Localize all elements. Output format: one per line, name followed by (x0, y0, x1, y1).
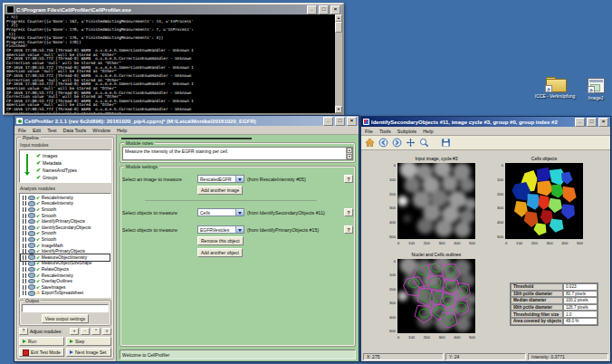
eye-icon[interactable] (28, 196, 35, 201)
objects-to-measure-dropdown[interactable]: EGFRVesicles (197, 225, 244, 234)
desktop-icon-imagej[interactable]: ↗ ImageJ (574, 78, 612, 101)
maximize-button[interactable] (587, 118, 597, 127)
pause-icon[interactable] (23, 201, 26, 206)
close-button[interactable] (598, 118, 608, 127)
analysis-module-row[interactable]: IdentifySecondaryObjects (21, 225, 110, 231)
exit-test-mode-button[interactable]: Exit Test Mode (19, 348, 64, 357)
analysis-module-row[interactable]: Smooth (21, 206, 110, 213)
pause-icon[interactable] (23, 279, 26, 283)
add-another-image-button[interactable]: Add another image (197, 186, 243, 195)
analysis-module-row[interactable]: Smooth (21, 231, 110, 237)
desktop-icon-icce[interactable]: ↗ ICCE - Verknüpfung (533, 77, 577, 99)
menu-item[interactable]: Help (117, 128, 127, 133)
cellprofiler-titlebar[interactable]: CellProfiler 2.1.1 (rev 6c2d896): 201610… (14, 116, 359, 126)
pause-icon[interactable] (23, 237, 26, 242)
view-output-settings-button[interactable]: View output settings (42, 314, 90, 323)
input-module-row[interactable]: NamesAndTypes (36, 167, 110, 174)
analysis-module-row[interactable]: IdentifyPrimaryObjects (21, 248, 110, 254)
chevron-down-icon[interactable] (235, 176, 244, 182)
eye-icon[interactable] (28, 201, 35, 206)
pause-icon[interactable] (23, 219, 26, 224)
forward-icon[interactable] (391, 138, 402, 148)
terminal-scrollbar[interactable]: ▲ ▼ (335, 14, 342, 113)
menu-item[interactable]: Data Tools (62, 128, 86, 133)
scroll-up-icon[interactable]: ▲ (335, 14, 342, 22)
outlines-image[interactable] (397, 259, 475, 333)
input-modules-list[interactable]: Images Metadata NamesAndTypes Groups (19, 149, 111, 183)
pause-icon[interactable] (23, 207, 26, 212)
menu-item[interactable]: File (365, 129, 373, 134)
pause-icon[interactable] (23, 267, 26, 272)
menu-item[interactable]: Tools (379, 129, 391, 134)
adjust-module-button[interactable]: + (70, 328, 79, 335)
pause-icon[interactable] (23, 249, 26, 254)
cellprofiler-window[interactable]: CellProfiler 2.1.1 (rev 6c2d896): 201610… (14, 115, 359, 362)
desktop-icon-label[interactable]: ICCE - Verknüpfung (535, 93, 575, 99)
terminal-window[interactable]: C:\Program Files\CellProfiler\CellProfil… (3, 3, 344, 115)
menu-item[interactable]: Test (47, 128, 56, 133)
image-to-measure-dropdown[interactable]: RescaledEGFR (197, 175, 244, 183)
zoom-icon[interactable] (418, 138, 429, 148)
pause-icon[interactable] (23, 255, 26, 260)
eye-icon[interactable] (28, 249, 35, 254)
home-icon[interactable] (364, 138, 375, 148)
pause-icon[interactable] (23, 244, 26, 248)
analysis-module-row[interactable]: Smooth (21, 236, 110, 243)
eye-icon[interactable] (28, 291, 35, 296)
adjust-module-button[interactable]: - (81, 328, 90, 335)
menu-item[interactable]: Edit (33, 128, 41, 133)
eye-icon[interactable] (28, 219, 35, 225)
minimize-button[interactable] (575, 118, 585, 127)
pause-icon[interactable] (23, 196, 26, 200)
figure-titlebar[interactable]: IdentifySecondaryObjects #11, image cycl… (361, 117, 610, 127)
eye-icon[interactable] (28, 284, 35, 290)
setting-help-button[interactable]: ? (344, 225, 353, 234)
analysis-module-row[interactable]: RescaleIntensity (21, 201, 110, 207)
input-module-row[interactable]: Groups (36, 174, 110, 181)
scroll-up-icon[interactable]: ▲ (347, 148, 352, 153)
pause-icon[interactable] (23, 261, 26, 265)
pause-icon[interactable] (23, 214, 26, 218)
pause-icon[interactable] (23, 231, 26, 235)
module-notes-textarea[interactable]: Measure the intensity of the EGFR staini… (122, 147, 353, 160)
analysis-module-row[interactable]: OverlayOutlines (21, 278, 110, 284)
terminal-titlebar[interactable]: C:\Program Files\CellProfiler\CellProfil… (5, 5, 342, 14)
scroll-down-icon[interactable]: ▼ (335, 106, 342, 113)
eye-icon[interactable] (28, 279, 35, 284)
imagej-shortcut-icon[interactable]: ↗ (588, 78, 605, 93)
eye-icon[interactable] (28, 231, 35, 236)
maximize-button[interactable] (335, 117, 345, 126)
help-button[interactable]: ? (19, 328, 28, 335)
analysis-modules-list[interactable]: RescaleIntensity RescaleIntensity Smooth (19, 193, 111, 298)
eye-icon[interactable] (28, 273, 35, 278)
close-button[interactable] (347, 117, 357, 126)
add-another-object-button[interactable]: Add another object (197, 248, 243, 257)
module-notes-text[interactable]: Measure the intensity of the EGFR staini… (123, 148, 346, 159)
back-icon[interactable] (378, 138, 388, 148)
analysis-module-row[interactable]: RescaleIntensity (21, 195, 110, 201)
next-image-set-button[interactable]: Next Image Set (66, 348, 111, 357)
analysis-module-row[interactable]: ImageMath (21, 243, 110, 249)
minimize-button[interactable] (307, 5, 317, 14)
analysis-module-row[interactable]: Smooth (21, 213, 110, 219)
analysis-module-row[interactable]: MeasureObjectSizeShape (21, 261, 110, 267)
input-image[interactable] (397, 163, 475, 239)
output-field[interactable] (22, 304, 109, 312)
menu-item[interactable]: Window (92, 128, 110, 133)
folder-shortcut-icon[interactable]: ↗ (546, 77, 565, 91)
close-button[interactable] (330, 5, 340, 14)
eye-icon[interactable] (28, 254, 35, 260)
save-icon[interactable] (440, 138, 451, 148)
analysis-module-row[interactable]: SaveImages (21, 284, 110, 291)
setting-help-button[interactable]: ? (344, 175, 353, 183)
eye-icon[interactable] (28, 207, 35, 213)
pause-icon[interactable] (23, 273, 26, 278)
notes-scrollbar[interactable]: ▲ ▼ (346, 148, 352, 159)
menu-item[interactable]: Subplots (397, 129, 416, 134)
figure-window[interactable]: IdentifySecondaryObjects #11, image cycl… (360, 116, 611, 362)
eye-icon[interactable] (28, 237, 35, 243)
remove-this-object-button[interactable]: Remove this object (197, 236, 244, 245)
eye-icon[interactable] (28, 261, 35, 266)
analysis-module-row[interactable]: MeasureObjectIntensity (21, 254, 110, 261)
pause-icon[interactable] (23, 225, 26, 230)
